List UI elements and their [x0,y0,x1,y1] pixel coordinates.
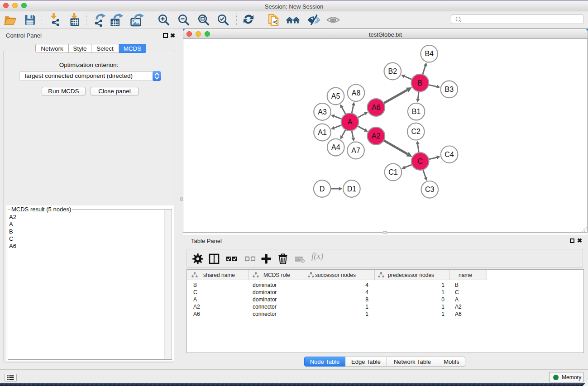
svg-text:A4: A4 [331,143,340,151]
svg-text:B1: B1 [412,108,421,115]
svg-text:A2: A2 [372,132,381,140]
svg-text:D: D [320,185,325,193]
svg-text:A8: A8 [352,89,361,97]
svg-text:A1: A1 [318,129,327,136]
svg-text:A3: A3 [318,108,327,116]
svg-text:C4: C4 [445,151,454,158]
svg-text:C: C [417,157,423,165]
svg-text:C3: C3 [425,186,435,193]
svg-text:C2: C2 [411,128,421,135]
svg-text:B2: B2 [388,67,397,75]
svg-text:A5: A5 [331,92,340,100]
svg-text:A6: A6 [372,104,381,111]
svg-text:D1: D1 [347,185,357,193]
svg-text:A: A [348,118,353,126]
svg-text:B4: B4 [425,50,434,57]
svg-text:B3: B3 [445,86,454,93]
svg-text:B: B [417,79,422,87]
svg-text:A7: A7 [351,147,360,154]
svg-text:C1: C1 [388,168,398,176]
